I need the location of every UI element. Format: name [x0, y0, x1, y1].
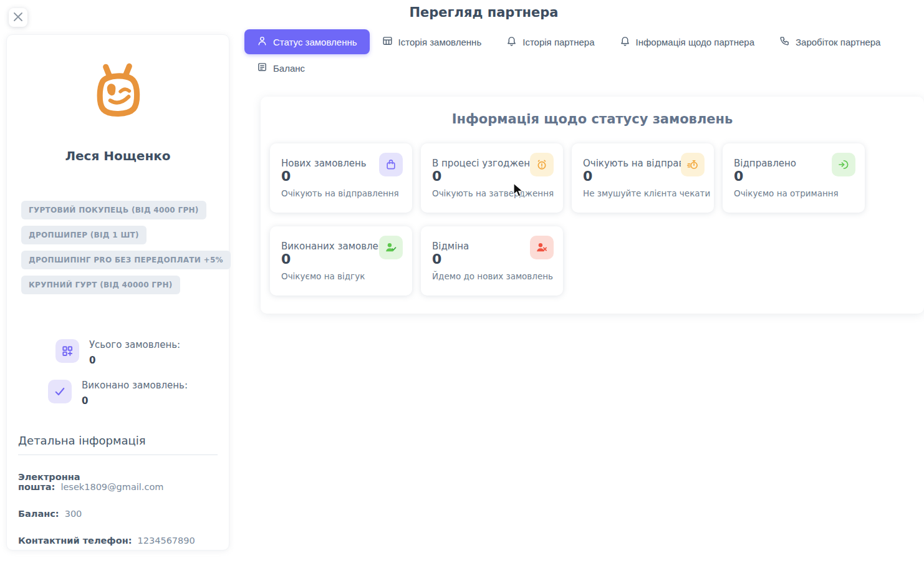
- card-cancelled: Відміна 0 Йдемо до нових замовлень: [421, 226, 563, 296]
- phone-icon: [779, 36, 790, 48]
- status-cards-grid: Нових замовлень 0 Очікують на відправлен…: [270, 143, 924, 296]
- stat-label: Виконано замовлень:: [82, 380, 188, 391]
- card-in-approval: В процесі узгодження 0 Очікують на затве…: [421, 143, 563, 213]
- stopwatch-fast-icon: [681, 153, 705, 176]
- detail-row-balance: Баланс:300: [18, 509, 218, 519]
- alarm-clock-icon: [530, 153, 554, 176]
- shopping-bag-icon: [379, 153, 403, 176]
- card-awaiting-shipment: Очікують на відправку 0 Не змушуйте кліє…: [572, 143, 714, 213]
- close-button[interactable]: [9, 8, 27, 27]
- badge-dropshipper: ДРОПШИПЕР (ВІД 1 ШТ): [21, 226, 147, 244]
- bell-icon: [620, 36, 630, 48]
- detailed-info-title: Детальна інформація: [18, 434, 218, 455]
- stat-completed-orders: Виконано замовлень: 0: [7, 380, 229, 407]
- card-new-orders: Нових замовлень 0 Очікують на відправлен…: [270, 143, 412, 213]
- detail-row-phone: Контактний телефон:1234567890: [18, 536, 218, 546]
- badge-wholesale-buyer: ГУРТОВИЙ ПОКУПЕЦЬ (ВІД 4000 ГРН): [21, 201, 206, 219]
- page-title: Перегляд партнера: [44, 5, 924, 20]
- badge-dropshipping-pro: ДРОПШИПІНГ PRO БЕЗ ПЕРЕДОПЛАТИ +5%: [21, 251, 231, 269]
- card-completed-orders: Виконаних замовлень 0 Очікуємо на відгук: [270, 226, 412, 296]
- tab-balance[interactable]: Баланс: [244, 55, 317, 80]
- card-subtitle: Не змушуйте клієнта чекати: [583, 188, 703, 198]
- stat-label: Усього замовлень:: [89, 339, 180, 350]
- detail-row-email: Электронна пошта:lesek1809@gmail.com: [18, 472, 218, 492]
- email-value: lesek1809@gmail.com: [60, 482, 163, 492]
- card-subtitle: Очікуємо на відгук: [281, 271, 401, 281]
- arrow-enter-icon: [832, 153, 855, 176]
- order-status-panel-title: Інформація щодо статусу замовлень: [261, 112, 924, 127]
- phone-label: Контактний телефон:: [18, 536, 132, 546]
- card-subtitle: Йдемо до нових замовлень: [432, 271, 552, 281]
- tab-order-status[interactable]: Статус замовленнь: [244, 29, 370, 54]
- balance-label: Баланс:: [18, 509, 59, 519]
- table-icon: [382, 36, 393, 48]
- partner-name: Леся Нощенко: [7, 148, 229, 163]
- partner-badges: ГУРТОВИЙ ПОКУПЕЦЬ (ВІД 4000 ГРН) ДРОПШИП…: [21, 201, 216, 294]
- user-icon: [257, 36, 267, 48]
- card-subtitle: Очікуємо на отримання: [734, 188, 854, 198]
- badge-large-wholesale: КРУПНИЙ ГУРТ (ВІД 40000 ГРН): [21, 276, 180, 294]
- tab-partner-earnings[interactable]: Заробіток партнера: [767, 29, 893, 54]
- card-shipped: Відправлено 0 Очікуємо на отримання: [723, 143, 865, 213]
- phone-value: 1234567890: [138, 536, 195, 546]
- card-subtitle: Очікують на відправлення: [281, 188, 401, 198]
- winking-mascot-avatar: [83, 59, 153, 132]
- stat-value: 0: [89, 355, 180, 366]
- document-icon: [257, 62, 267, 74]
- partner-profile-card: Леся Нощенко ГУРТОВИЙ ПОКУПЕЦЬ (ВІД 4000…: [6, 34, 229, 551]
- stat-total-orders: Усього замовлень: 0: [7, 339, 229, 366]
- user-x-icon: [530, 236, 554, 259]
- tab-bar: Статус замовленнь Історія замовленнь Іст…: [244, 29, 918, 80]
- tab-partner-info[interactable]: Інформація щодо партнера: [607, 29, 767, 54]
- order-status-panel: Інформація щодо статусу замовлень Нових …: [261, 97, 924, 314]
- bell-icon: [506, 36, 517, 48]
- tab-partner-history[interactable]: Історія партнера: [494, 29, 607, 54]
- close-icon: [14, 12, 22, 23]
- balance-value: 300: [65, 509, 82, 519]
- mouse-cursor: [513, 183, 525, 199]
- dashboard-plus-icon: [55, 339, 79, 363]
- tab-order-history[interactable]: Історія замовленнь: [370, 29, 494, 54]
- user-check-icon: [379, 236, 403, 259]
- card-subtitle: Очікують на затвердження: [432, 188, 552, 198]
- stat-value: 0: [82, 395, 188, 407]
- check-icon: [48, 380, 72, 403]
- partner-stats: Усього замовлень: 0 Виконано замовлень: …: [7, 339, 229, 407]
- detailed-info-section: Детальна інформація Электронна пошта:les…: [18, 434, 218, 546]
